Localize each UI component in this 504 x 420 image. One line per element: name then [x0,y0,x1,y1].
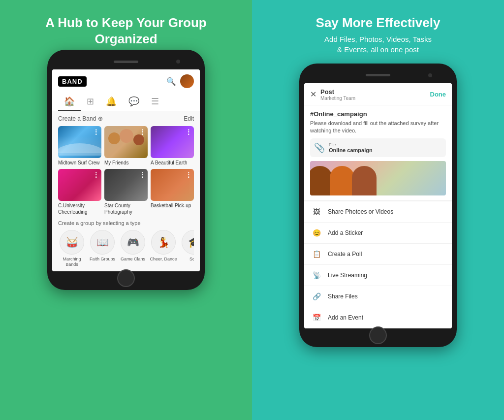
band-app: BAND 🔍 🏠 ⊞ 🔔 💬 ☰ Creat [52,69,200,271]
band-header-icons: 🔍 [166,74,194,88]
marching-label: Marching Bands [58,257,86,267]
group-thumb-friends: ⋮ [104,126,148,158]
band-section-header: Create a Band ⊕ Edit [58,115,194,122]
group-item-friends[interactable]: ⋮ My Friends [104,126,148,166]
home-button-right[interactable] [369,326,387,344]
left-phone-screen: BAND 🔍 🏠 ⊞ 🔔 💬 ☰ Creat [52,69,200,271]
more-icon-basketball[interactable]: ⋮ [185,171,192,179]
person-2 [330,166,354,195]
left-panel: A Hub to Keep Your Group Organized BAND … [0,0,252,420]
nav-menu[interactable]: ☰ [145,92,165,111]
group-item-photo[interactable]: ⋮ Star County Photography [104,169,148,215]
action-event[interactable]: 📅 Add an Event [304,307,452,328]
action-share-photos[interactable]: 🖼 Share Photoes or Videos [304,201,452,223]
phone-camera-left [176,60,180,64]
group-types-row: 🥁 Marching Bands 📖 Faith Groups 🎮 Game C… [58,230,194,267]
create-group-text: Create a group by selecting a type [58,220,194,226]
post-body: #Online_campaign Please download and fil… [304,105,452,201]
right-phone: ✕ Post Marketing Team Done #Online_campa… [299,64,457,348]
group-label-friends: My Friends [104,160,148,166]
group-thumb-photo: ⋮ [104,169,148,201]
file-attachment[interactable]: 📎 File Online campaign [310,138,446,157]
file-name: Online campaign [329,147,373,153]
type-faith[interactable]: 📖 Faith Groups [89,230,116,267]
group-item-surf[interactable]: ⋮ Midtown Surf Crew [58,126,101,166]
paperclip-icon: 📎 [314,142,325,153]
school-icon: 🎓 [182,230,194,255]
action-label-poll: Create a Poll [328,251,362,258]
action-label-photos: Share Photoes or Videos [328,208,393,215]
school-label: Sc... [189,257,194,262]
avatar[interactable] [180,74,194,88]
group-label-surf: Midtown Surf Crew [58,160,101,166]
action-label-files: Share Files [328,293,358,300]
done-button[interactable]: Done [430,91,446,98]
games-icon: 🎮 [121,230,145,255]
marching-icon: 🥁 [60,230,84,255]
type-school[interactable]: 🎓 Sc... [180,230,194,267]
action-label-sticker: Add a Sticker [328,229,363,236]
left-panel-title: A Hub to Keep Your Group Organized [45,15,206,47]
group-item-basketball[interactable]: ⋮ Basketball Pick-up [151,169,194,215]
phone-speaker-left [114,61,138,63]
action-label-live: Live Streaming [328,272,367,279]
phone-speaker-right [366,74,390,76]
create-band-btn[interactable]: Create a Band ⊕ [58,115,103,122]
post-header-left: ✕ Post Marketing Team [310,88,355,101]
group-label-photo: Star County Photography [104,202,148,215]
type-marching[interactable]: 🥁 Marching Bands [58,230,86,267]
group-label-basketball: Basketball Pick-up [151,202,194,209]
more-icon-photo[interactable]: ⋮ [139,171,146,179]
sticker-icon: 😊 [311,227,322,238]
more-icon-cheer[interactable]: ⋮ [93,171,99,179]
group-item-earth[interactable]: ⋮ A Beautiful Earth [151,126,194,166]
post-hashtag: #Online_campaign [310,110,446,118]
close-button[interactable]: ✕ [310,90,316,99]
nav-bell[interactable]: 🔔 [100,92,123,111]
wave-decoration [58,143,101,156]
left-phone: BAND 🔍 🏠 ⊞ 🔔 💬 ☰ Creat [47,50,205,290]
action-live[interactable]: 📡 Live Streaming [304,265,452,286]
files-icon: 🔗 [311,291,322,302]
file-info: File Online campaign [329,142,373,153]
post-title: Post [320,88,355,96]
phone-top-bar-left [52,57,200,66]
post-team-label: Marketing Team [320,96,355,101]
edit-button[interactable]: Edit [184,115,194,122]
post-body-text: Please download and fill out the attache… [310,120,446,135]
photos-icon: 🖼 [311,206,322,217]
band-header: BAND 🔍 [52,69,200,92]
more-icon-surf[interactable]: ⋮ [93,128,99,136]
group-thumb-cheer: ⋮ [58,169,101,201]
action-files[interactable]: 🔗 Share Files [304,286,452,307]
group-item-cheer[interactable]: ⋮ C.University Cheerleading [58,169,101,215]
phone-bottom-right [304,331,452,339]
phone-top-bar-right [304,70,452,80]
type-games[interactable]: 🎮 Game Clans [119,230,147,267]
home-button-left[interactable] [117,269,135,287]
group-label-earth: A Beautiful Earth [151,160,194,166]
group-thumb-surf: ⋮ [58,126,101,158]
nav-home[interactable]: 🏠 [58,92,81,111]
post-screen: ✕ Post Marketing Team Done #Online_campa… [304,83,452,329]
band-groups-grid: ⋮ Midtown Surf Crew ⋮ My Friends [58,126,194,215]
more-icon-friends[interactable]: ⋮ [139,128,146,136]
more-icon-earth[interactable]: ⋮ [185,128,192,136]
nav-grid[interactable]: ⊞ [81,92,100,111]
type-cheer[interactable]: 💃 Cheer, Dance [150,230,177,267]
action-poll[interactable]: 📋 Create a Poll [304,244,452,265]
post-title-block: Post Marketing Team [320,88,355,101]
person-3 [352,166,377,195]
image-people [310,161,446,195]
action-sticker[interactable]: 😊 Add a Sticker [304,223,452,244]
band-logo: BAND [58,76,87,87]
right-panel-subtitle: Add Files, Photos, Videos, Tasks & Event… [324,34,432,55]
right-panel-title: Say More Effectively [316,15,441,31]
live-icon: 📡 [311,270,322,281]
post-image-preview [310,161,446,195]
search-icon[interactable]: 🔍 [166,77,176,86]
nav-chat[interactable]: 💬 [123,92,145,111]
action-label-event: Add an Event [328,314,363,321]
phone-bottom-left [52,274,200,282]
person-1 [310,166,332,195]
